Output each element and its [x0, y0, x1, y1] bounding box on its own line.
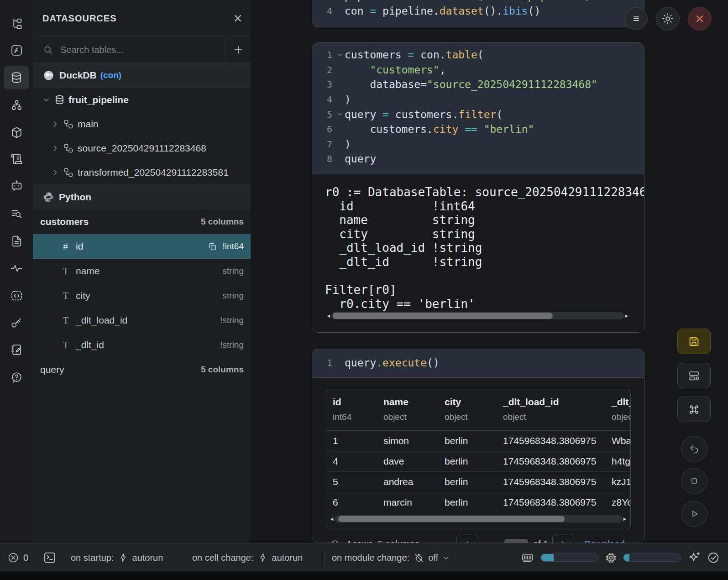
code-line[interactable]: 1query.execute() — [312, 355, 644, 371]
rail-item-packages[interactable] — [4, 120, 29, 144]
prev-page-button[interactable] — [456, 534, 478, 543]
rail-item-ai-chat[interactable] — [4, 174, 29, 198]
chevron-right-icon[interactable] — [51, 144, 59, 152]
connection-row-duckdb[interactable]: DuckDB (con) — [33, 63, 251, 88]
tree-item-schema[interactable]: transformed_202504291112283581 — [33, 160, 251, 184]
notebook-pencil-icon — [10, 344, 23, 356]
scrollbar-thumb[interactable] — [338, 516, 565, 522]
tree-item-schema[interactable]: main — [33, 112, 251, 136]
column-row-_dlt_load_id[interactable]: T_dlt_load_id!string — [33, 308, 251, 333]
fold-indicator[interactable] — [335, 111, 345, 117]
cell-menu-button[interactable] — [625, 7, 648, 30]
download-link[interactable]: Download — [584, 534, 634, 543]
code-line[interactable]: 2 "customers", — [312, 63, 644, 78]
panel-title: DATASOURCES — [42, 13, 232, 24]
table-column-header-city[interactable]: cityobject — [438, 389, 497, 430]
chevron-right-icon[interactable] — [51, 120, 59, 128]
column-row-id[interactable]: #id!int64 — [33, 234, 251, 259]
scroll-right-arrow[interactable]: ► — [622, 515, 628, 523]
table-search-icon[interactable] — [330, 534, 340, 543]
code-line[interactable]: 3 database="source_202504291112283468" — [312, 77, 644, 92]
copy-icon[interactable] — [208, 242, 217, 251]
tree-item-schema[interactable]: source_202504291112283468 — [33, 136, 251, 160]
page-size-select[interactable] — [504, 534, 528, 543]
scrollbar-thumb[interactable] — [333, 313, 553, 319]
stop-button[interactable] — [681, 468, 707, 494]
code-cell-3[interactable]: 1query.execute() idint64nameobjectcityob… — [312, 349, 644, 543]
chevron-down-icon[interactable] — [42, 95, 51, 104]
scrollbar-track[interactable] — [331, 312, 624, 319]
table-column-header-id[interactable]: idint64 — [326, 389, 377, 430]
table-hscrollbar[interactable]: ◄ ► — [329, 515, 628, 523]
code-line[interactable]: 8query — [312, 152, 644, 167]
rail-item-file-tree[interactable] — [4, 12, 29, 36]
code-text: ) — [345, 138, 351, 150]
section-python[interactable]: Python — [33, 184, 251, 209]
cell1-editor[interactable]: pipeline = dlt.attach("fruit_pipeline")4… — [312, 0, 644, 18]
cpu-meter[interactable] — [623, 554, 681, 562]
scroll-right-arrow[interactable]: ► — [624, 312, 629, 319]
next-page-button[interactable] — [552, 534, 574, 543]
cell2-editor[interactable]: 1customers = con.table(2 "customers",3 d… — [312, 43, 644, 167]
cell3-editor[interactable]: 1query.execute() — [312, 349, 644, 371]
code-line[interactable]: 6 customers.city == "berlin" — [312, 122, 644, 137]
column-dtype: object — [383, 412, 407, 422]
rail-item-logs[interactable] — [4, 147, 29, 171]
search-box[interactable] — [33, 37, 225, 63]
scroll-left-arrow[interactable]: ◄ — [326, 312, 331, 319]
rail-item-table-of-contents[interactable] — [4, 202, 29, 225]
rail-item-scratchpad[interactable] — [4, 338, 29, 361]
rail-item-dependencies[interactable] — [4, 93, 29, 117]
code-line[interactable]: pipeline = dlt.attach("fruit_pipeline") — [312, 0, 644, 4]
memory-meter[interactable] — [540, 554, 599, 562]
column-row-_dlt_id[interactable]: T_dlt_id!string — [33, 333, 251, 357]
add-datasource-button[interactable] — [225, 37, 251, 63]
rail-item-secrets[interactable] — [4, 311, 29, 334]
table-column-header-_dlt_load_id[interactable]: _dlt_load_idobject — [497, 389, 605, 430]
scroll-left-arrow[interactable]: ◄ — [329, 515, 335, 523]
run-button[interactable] — [681, 501, 707, 527]
command-palette-button[interactable] — [677, 397, 711, 422]
column-row-name[interactable]: Tnamestring — [33, 259, 251, 283]
column-row-city[interactable]: Tcitystring — [33, 283, 251, 308]
robot-chat-icon — [10, 180, 23, 192]
close-panel-icon[interactable] — [232, 13, 243, 24]
chevron-right-icon[interactable] — [51, 168, 59, 177]
terminal-button[interactable] — [43, 543, 57, 572]
code-line[interactable]: 7) — [312, 137, 644, 152]
code-line[interactable]: 5query = customers.filter( — [312, 107, 644, 122]
rail-item-function[interactable] — [4, 38, 29, 62]
table-column-header-name[interactable]: nameobject — [377, 389, 438, 430]
ai-sparkle-icon[interactable] — [687, 551, 701, 564]
save-button[interactable] — [677, 329, 711, 354]
search-input[interactable] — [59, 44, 198, 56]
rail-item-code-cell[interactable] — [4, 284, 29, 308]
code-line[interactable]: 4) — [312, 92, 644, 107]
table-header-query[interactable]: query 5 columns — [33, 357, 251, 381]
code-text: "customers", — [345, 64, 446, 76]
code-line[interactable]: 1customers = con.table( — [312, 47, 644, 63]
table-column-header-_dlt_id[interactable]: _dlt_idobject — [605, 389, 631, 430]
layout-toggle-button[interactable] — [677, 363, 711, 388]
scrollbar-track[interactable] — [335, 515, 622, 523]
tree-item-database[interactable]: fruit_pipeline — [33, 88, 251, 112]
settings-button[interactable] — [656, 7, 680, 31]
table-header-customers[interactable]: customers 5 columns — [33, 209, 251, 234]
on-module-change-setting[interactable]: on module change: off — [332, 543, 450, 572]
lightning-bolt-icon — [258, 553, 268, 563]
error-indicator[interactable]: 0 — [7, 543, 28, 572]
code-line[interactable]: 4con = pipeline.dataset().ibis() — [312, 4, 644, 19]
code-cell-2[interactable]: 1customers = con.table(2 "customers",3 d… — [312, 42, 644, 333]
rail-item-help[interactable] — [4, 366, 29, 389]
code-cell-1[interactable]: pipeline = dlt.attach("fruit_pipeline")4… — [312, 0, 644, 27]
shutdown-button[interactable] — [688, 7, 712, 31]
on-startup-setting[interactable]: on startup: autorun — [71, 543, 163, 572]
rail-item-snippets[interactable] — [4, 229, 29, 253]
rail-item-database[interactable] — [4, 66, 29, 89]
fold-indicator[interactable] — [335, 52, 345, 58]
connected-check-icon[interactable] — [707, 551, 720, 564]
undo-button[interactable] — [681, 436, 707, 462]
rail-item-tracing[interactable] — [4, 256, 29, 280]
output-hscrollbar[interactable]: ◄ ► — [326, 312, 629, 319]
on-cell-change-setting[interactable]: on cell change: autorun — [192, 543, 303, 572]
